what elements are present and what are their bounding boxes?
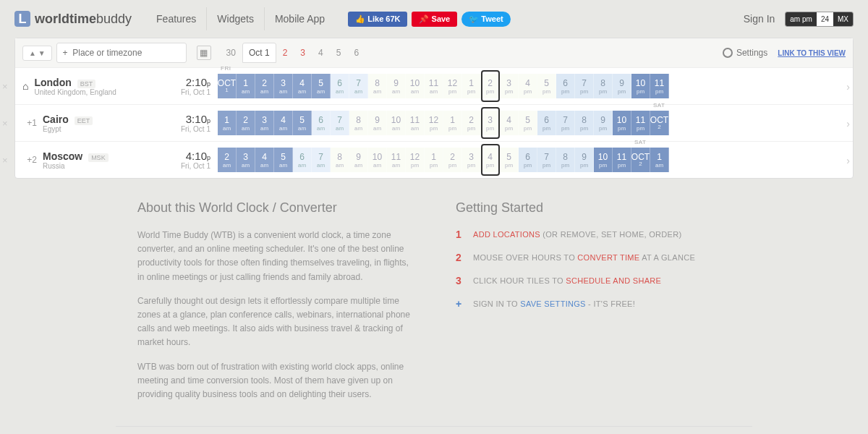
hour-cell[interactable]: 1am bbox=[218, 111, 237, 135]
hour-cell[interactable]: 3pm bbox=[462, 148, 481, 172]
hour-cell[interactable]: 4am bbox=[274, 111, 293, 135]
hour-cell[interactable]: 3am bbox=[255, 111, 274, 135]
hour-cell[interactable]: 8pm bbox=[556, 148, 575, 172]
hour-cell[interactable]: 10am bbox=[368, 148, 387, 172]
hour-cell[interactable]: 1pm bbox=[443, 111, 462, 135]
nav-mobile-app[interactable]: Mobile App bbox=[265, 7, 335, 30]
hour-cell[interactable]: 4pm bbox=[481, 148, 500, 172]
hour-cell[interactable]: 9am bbox=[387, 74, 406, 98]
place-input[interactable] bbox=[56, 43, 187, 63]
nav-widgets[interactable]: Widgets bbox=[207, 7, 265, 30]
format-24[interactable]: 24 bbox=[817, 12, 833, 26]
hour-cell[interactable]: 8am bbox=[331, 148, 349, 172]
remove-row-button[interactable]: × bbox=[2, 118, 8, 129]
sort-button[interactable]: ▲ ▼ bbox=[22, 46, 52, 61]
hour-cell[interactable]: 8am bbox=[349, 111, 368, 135]
hour-cell[interactable]: 5am bbox=[293, 111, 312, 135]
date-6[interactable]: 6 bbox=[347, 43, 365, 63]
hour-cell[interactable]: 12pm bbox=[406, 148, 425, 172]
hour-cell[interactable]: 3am bbox=[274, 74, 293, 98]
hour-cell[interactable]: 9pm bbox=[613, 74, 631, 98]
hour-cell[interactable]: 7pm bbox=[575, 74, 594, 98]
hour-cell[interactable]: 3am bbox=[237, 148, 255, 172]
hour-cell[interactable]: 10pm bbox=[594, 148, 613, 172]
hour-cell[interactable]: 1am bbox=[237, 74, 255, 98]
format-mx[interactable]: MX bbox=[833, 12, 853, 26]
hour-cell[interactable]: 2am bbox=[218, 148, 237, 172]
hour-cell[interactable]: 11pm bbox=[613, 148, 631, 172]
hour-cell[interactable]: 9pm bbox=[594, 111, 613, 135]
hour-cell[interactable]: 1am bbox=[650, 148, 669, 172]
calendar-icon[interactable]: ▦ bbox=[197, 46, 211, 60]
settings-button[interactable]: Settings bbox=[723, 48, 767, 58]
hour-cell[interactable]: 6pm bbox=[556, 74, 575, 98]
hour-cell[interactable]: 2pm bbox=[462, 111, 481, 135]
date-oct1[interactable]: Oct 1 bbox=[242, 43, 276, 63]
date-4[interactable]: 4 bbox=[312, 43, 330, 63]
chevron-right-icon[interactable]: › bbox=[846, 81, 850, 93]
remove-row-button[interactable]: × bbox=[2, 81, 8, 92]
twitter-tweet-button[interactable]: 🐦 Tweet bbox=[461, 12, 510, 27]
date-3[interactable]: 3 bbox=[294, 43, 312, 63]
logo[interactable]: L worldtimebuddy bbox=[14, 11, 132, 27]
hour-cell[interactable]: 7pm bbox=[556, 111, 575, 135]
format-ampm[interactable]: am pm bbox=[786, 12, 817, 26]
link-to-view[interactable]: LINK TO THIS VIEW bbox=[778, 49, 846, 57]
hour-cell[interactable]: 6pm bbox=[537, 111, 556, 135]
timeline[interactable]: SAT1am2am3am4am5am6am7am8am9am10am11am12… bbox=[218, 111, 853, 135]
hour-cell[interactable]: OCT2 bbox=[650, 111, 669, 135]
nav-features[interactable]: Features bbox=[146, 7, 207, 30]
chevron-right-icon[interactable]: › bbox=[846, 155, 850, 166]
hour-cell[interactable]: 8pm bbox=[575, 111, 594, 135]
hour-cell[interactable]: 5pm bbox=[537, 74, 556, 98]
hour-cell[interactable]: 2am bbox=[255, 74, 274, 98]
hour-cell[interactable]: 9am bbox=[349, 148, 368, 172]
hour-cell[interactable]: 12pm bbox=[443, 74, 462, 98]
hour-cell[interactable]: 3pm bbox=[500, 74, 519, 98]
hour-cell[interactable]: 11am bbox=[387, 148, 406, 172]
timeline[interactable]: FRIOCT11am2am3am4am5am6am7am8am9am10am11… bbox=[218, 74, 853, 98]
time-format-toggle[interactable]: am pm 24 MX bbox=[785, 12, 854, 27]
hour-cell[interactable]: 4am bbox=[255, 148, 274, 172]
date-30[interactable]: 30 bbox=[220, 43, 242, 63]
date-5[interactable]: 5 bbox=[330, 43, 348, 63]
timeline[interactable]: SAT2am3am4am5am6am7am8am9am10am11am12pm1… bbox=[218, 148, 853, 172]
hour-cell[interactable]: 10am bbox=[406, 74, 425, 98]
hour-cell[interactable]: 4pm bbox=[519, 74, 537, 98]
hour-cell[interactable]: 5pm bbox=[500, 148, 519, 172]
remove-row-button[interactable]: × bbox=[2, 155, 8, 166]
sign-in-link[interactable]: Sign In bbox=[744, 13, 775, 25]
hour-cell[interactable]: 6pm bbox=[519, 148, 537, 172]
hour-cell[interactable]: 6am bbox=[293, 148, 312, 172]
hour-cell[interactable]: 1pm bbox=[462, 74, 481, 98]
hour-cell[interactable]: 2pm bbox=[481, 74, 500, 98]
hour-cell[interactable]: OCT2 bbox=[631, 148, 650, 172]
hour-cell[interactable]: 2pm bbox=[443, 148, 462, 172]
date-2[interactable]: 2 bbox=[276, 43, 294, 63]
hour-cell[interactable]: 8pm bbox=[594, 74, 613, 98]
hour-cell[interactable]: 5am bbox=[312, 74, 331, 98]
hour-cell[interactable]: 11am bbox=[406, 111, 425, 135]
hour-cell[interactable]: 7am bbox=[349, 74, 368, 98]
hour-cell[interactable]: 8am bbox=[368, 74, 387, 98]
hour-cell[interactable]: 3pm bbox=[481, 111, 500, 135]
hour-cell[interactable]: 4am bbox=[293, 74, 312, 98]
hour-cell[interactable]: 10am bbox=[387, 111, 406, 135]
hour-cell[interactable]: 5pm bbox=[519, 111, 537, 135]
hour-cell[interactable]: 11pm bbox=[650, 74, 669, 98]
chevron-right-icon[interactable]: › bbox=[846, 118, 850, 129]
hour-cell[interactable]: 9am bbox=[368, 111, 387, 135]
hour-cell[interactable]: 7am bbox=[331, 111, 349, 135]
hour-cell[interactable]: 6am bbox=[331, 74, 349, 98]
hour-cell[interactable]: 9pm bbox=[575, 148, 594, 172]
hour-cell[interactable]: 11am bbox=[425, 74, 443, 98]
hour-cell[interactable]: OCT1 bbox=[218, 74, 237, 98]
hour-cell[interactable]: 10pm bbox=[613, 111, 631, 135]
hour-cell[interactable]: 12pm bbox=[425, 111, 443, 135]
facebook-like-button[interactable]: 👍 Like 67K bbox=[348, 12, 407, 27]
hour-cell[interactable]: 2am bbox=[237, 111, 255, 135]
hour-cell[interactable]: 4pm bbox=[500, 111, 519, 135]
hour-cell[interactable]: 11pm bbox=[631, 111, 650, 135]
hour-cell[interactable]: 1pm bbox=[425, 148, 443, 172]
hour-cell[interactable]: 6am bbox=[312, 111, 331, 135]
